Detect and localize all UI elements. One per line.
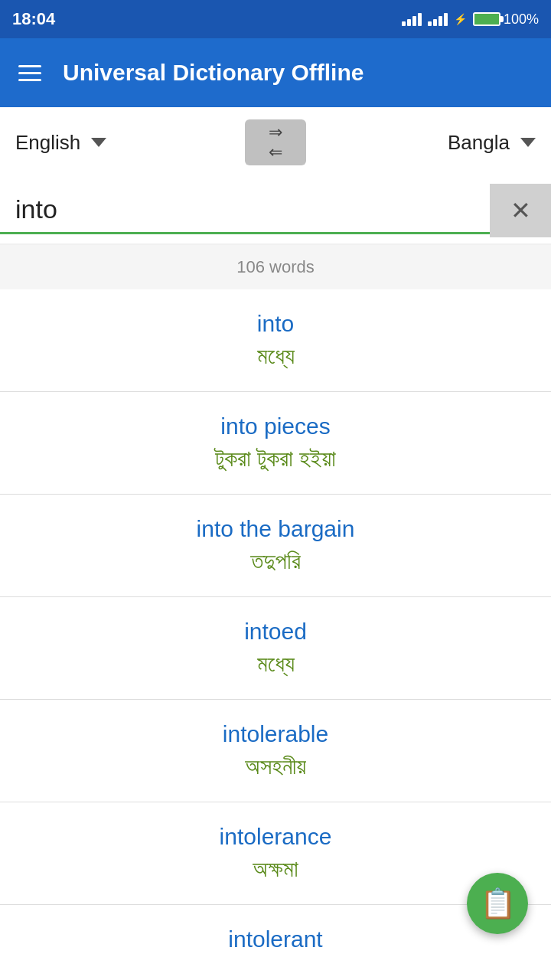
result-bangla-text: মধ্যে — [15, 343, 536, 370]
result-english-text: intolerable — [15, 721, 536, 747]
result-bangla-text: তদুপরি — [15, 548, 536, 575]
list-item[interactable]: into মধ্যে — [0, 289, 551, 392]
app-bar: Universal Dictionary Offline — [0, 38, 551, 107]
swap-languages-button[interactable]: ⇒ ⇐ — [245, 119, 306, 165]
list-item[interactable]: intolerance অক্ষমা — [0, 802, 551, 905]
signal-icon-1 — [402, 13, 422, 26]
battery-container: 100% — [473, 11, 539, 28]
battery-icon — [473, 12, 500, 26]
list-item[interactable]: intolerant — [0, 905, 551, 980]
source-language-label: English — [15, 131, 80, 155]
battery-percent: 100% — [504, 11, 539, 28]
result-english-text: intolerance — [15, 824, 536, 850]
clear-icon: ✕ — [510, 196, 531, 225]
list-item[interactable]: intolerable অসহনীয় — [0, 700, 551, 802]
list-item[interactable]: into pieces টুকরা টুকরা হইয়া — [0, 392, 551, 495]
hamburger-menu-button[interactable] — [18, 65, 41, 81]
time-display: 18:04 — [12, 9, 55, 29]
result-bangla-text: মধ্যে — [15, 651, 536, 678]
app-title: Universal Dictionary Offline — [63, 60, 364, 86]
result-english-text: into — [15, 311, 536, 337]
status-icons: ⚡ 100% — [402, 11, 539, 28]
clear-search-button[interactable]: ✕ — [490, 184, 551, 237]
status-bar: 18:04 ⚡ 100% — [0, 0, 551, 38]
search-bar: ✕ — [0, 178, 551, 245]
signal-icon-2 — [428, 13, 448, 26]
result-english-text: into pieces — [15, 413, 536, 439]
result-bangla-text: অসহনীয় — [15, 753, 536, 780]
swap-icon: ⇒ ⇐ — [269, 124, 282, 161]
result-bangla-text: অক্ষমা — [15, 856, 536, 883]
target-language-dropdown[interactable]: Bangla — [314, 131, 536, 155]
clipboard-icon: 📋 — [480, 887, 516, 920]
search-input[interactable] — [0, 187, 490, 234]
clipboard-fab-button[interactable]: 📋 — [467, 873, 528, 934]
result-bangla-text: টুকরা টুকরা হইয়া — [15, 446, 536, 472]
result-english-text: intoed — [15, 619, 536, 645]
list-item[interactable]: intoed মধ্যে — [0, 597, 551, 700]
source-language-chevron-icon — [91, 138, 106, 147]
result-english-text: intolerant — [15, 926, 536, 952]
list-item[interactable]: into the bargain তদুপরি — [0, 495, 551, 597]
source-language-dropdown[interactable]: English — [15, 131, 237, 155]
target-language-chevron-icon — [520, 138, 536, 147]
word-count: 106 words — [0, 245, 551, 289]
result-english-text: into the bargain — [15, 516, 536, 542]
battery-fill — [474, 14, 499, 24]
language-selector: English ⇒ ⇐ Bangla — [0, 107, 551, 178]
target-language-label: Bangla — [448, 131, 510, 155]
charging-icon: ⚡ — [454, 13, 467, 25]
results-list: into মধ্যে into pieces টুকরা টুকরা হইয়া… — [0, 289, 551, 980]
